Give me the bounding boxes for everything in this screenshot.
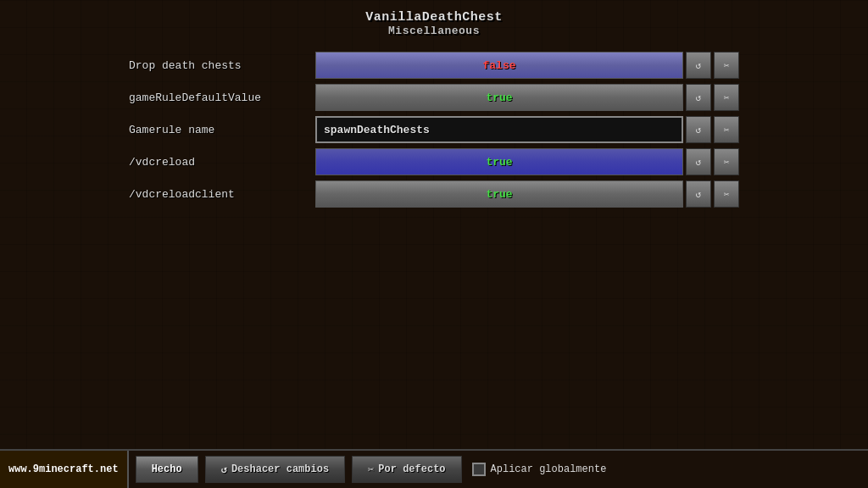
setting-value-drop-death-chests[interactable]: false	[315, 52, 683, 79]
global-checkbox-area[interactable]: Aplicar globalmente	[472, 463, 607, 476]
reset-icon-3: ↺	[696, 125, 702, 136]
reset-btn-vdc-reload[interactable]: ↺	[686, 148, 711, 175]
page-subtitle: Miscellaneous	[0, 25, 868, 37]
default-label: Por defecto	[378, 463, 445, 475]
setting-value-gamerule-name[interactable]: spawnDeathChests	[315, 116, 683, 143]
reset-btn-vdc-reload-client[interactable]: ↺	[686, 180, 711, 208]
setting-label-vdc-reload-client: /vdcreloadclient	[129, 188, 315, 201]
reset-icon: ↺	[696, 60, 702, 71]
cut-btn-gamerule-name[interactable]: ✂	[714, 116, 739, 143]
setting-row-drop-death-chests: Drop death chests false ↺ ✂	[129, 51, 739, 80]
cut-btn-drop-death-chests[interactable]: ✂	[714, 52, 739, 79]
cut-icon-5: ✂	[724, 189, 730, 200]
settings-panel: Drop death chests false ↺ ✂ gameRuleDefa…	[129, 51, 739, 208]
setting-label-game-rule-default: gameRuleDefaultValue	[129, 92, 315, 104]
global-label: Aplicar globalmente	[491, 463, 607, 475]
undo-icon: ↺	[221, 463, 227, 476]
watermark: www.9minecraft.net	[0, 451, 129, 488]
cut-btn-vdc-reload[interactable]: ✂	[714, 148, 739, 175]
undo-button[interactable]: ↺ Deshacer cambios	[205, 456, 345, 483]
reset-icon-4: ↺	[696, 157, 702, 168]
setting-value-vdc-reload-client[interactable]: true	[315, 180, 683, 208]
setting-label-vdc-reload: /vdcreload	[129, 156, 315, 169]
done-button[interactable]: Hecho	[136, 456, 198, 483]
setting-label-gamerule-name: Gamerule name	[129, 124, 315, 136]
cut-icon-2: ✂	[724, 92, 730, 103]
cut-icon-4: ✂	[724, 157, 730, 168]
page-title: VanillaDeathChest	[0, 10, 868, 25]
setting-value-game-rule-default[interactable]: true	[315, 84, 683, 111]
setting-value-vdc-reload[interactable]: true	[315, 148, 683, 175]
cut-icon: ✂	[724, 60, 730, 71]
setting-row-game-rule-default: gameRuleDefaultValue true ↺ ✂	[129, 83, 739, 112]
reset-icon-2: ↺	[696, 92, 702, 103]
setting-row-vdc-reload-client: /vdcreloadclient true ↺ ✂	[129, 180, 739, 208]
global-checkbox[interactable]	[472, 463, 486, 476]
reset-btn-gamerule-name[interactable]: ↺	[686, 116, 711, 143]
bottom-bar: www.9minecraft.net Hecho ↺ Deshacer camb…	[0, 449, 868, 488]
default-button[interactable]: ✂ Por defecto	[352, 456, 461, 483]
reset-btn-drop-death-chests[interactable]: ↺	[686, 52, 711, 79]
setting-label-drop-death-chests: Drop death chests	[129, 59, 315, 72]
cut-btn-game-rule-default[interactable]: ✂	[714, 84, 739, 111]
reset-icon-5: ↺	[696, 189, 702, 200]
setting-row-vdc-reload: /vdcreload true ↺ ✂	[129, 147, 739, 176]
reset-btn-game-rule-default[interactable]: ↺	[686, 84, 711, 111]
cut-btn-vdc-reload-client[interactable]: ✂	[714, 180, 739, 208]
cut-icon-3: ✂	[724, 125, 730, 136]
default-icon: ✂	[368, 463, 374, 476]
setting-row-gamerule-name: Gamerule name spawnDeathChests ↺ ✂	[129, 115, 739, 144]
undo-label: Deshacer cambios	[231, 463, 329, 475]
